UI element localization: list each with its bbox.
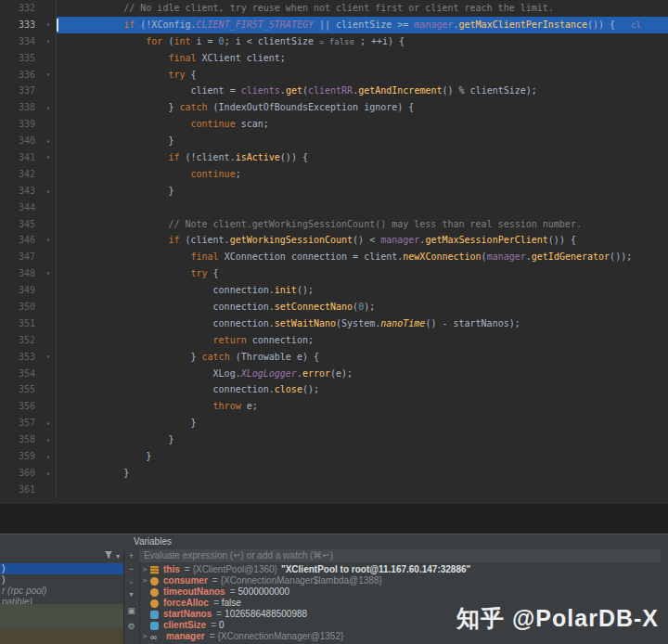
code-text[interactable]: if (!client.isActive()) { [57, 149, 668, 166]
code-text[interactable]: } catch (IndexOutOfBoundsException ignor… [57, 99, 668, 116]
code-line[interactable]: 356 throw e; [0, 398, 668, 415]
code-text[interactable]: XLog.XLogLogger.error(e); [57, 366, 668, 382]
code-line[interactable]: 358▴ } [0, 431, 668, 448]
code-text[interactable]: } [57, 183, 668, 200]
code-line[interactable]: 353▾ } catch (Throwable e) { [0, 349, 668, 366]
code-text[interactable]: client = clients.get(clientRR.getAndIncr… [57, 83, 668, 99]
code-line[interactable]: 335 final XClient client; [0, 50, 668, 67]
code-text[interactable]: final XConnection connection = client.ne… [57, 249, 668, 265]
code-line[interactable]: 354 XLog.XLogLogger.error(e); [0, 366, 668, 382]
remove-watch-button[interactable]: − [129, 562, 134, 575]
code-line[interactable]: 350 connection.setConnectNano(0); [0, 299, 668, 316]
funnel-icon[interactable] [104, 550, 113, 561]
code-line[interactable]: 349 connection.init(); [0, 282, 668, 299]
code-text[interactable]: } [57, 431, 668, 448]
fold-close-icon[interactable]: ▴ [41, 465, 56, 482]
add-watch-button[interactable]: + [129, 549, 134, 562]
code-line[interactable]: 334▾ for (int i = 0; i < clientSize = fa… [0, 33, 668, 50]
fold-close-icon[interactable]: ▴ [41, 133, 56, 149]
code-text[interactable]: } [57, 415, 668, 431]
code-line[interactable]: 342 continue; [0, 166, 668, 183]
code-text[interactable]: throw e; [57, 398, 668, 415]
code-line[interactable]: 351 connection.setWaitNano(System.nanoTi… [0, 316, 668, 332]
expand-chevron-icon[interactable]: > [139, 564, 150, 575]
code-text[interactable]: return connection; [57, 332, 668, 349]
code-text[interactable]: } [57, 133, 668, 149]
line-number: 346 [0, 232, 41, 249]
code-text[interactable]: continue; [57, 166, 668, 183]
code-text[interactable]: connection.close(); [57, 381, 668, 398]
code-text[interactable]: // Note client.getWorkingSessionCount() … [57, 216, 668, 233]
code-text[interactable]: connection.setConnectNano(0); [57, 299, 668, 316]
fold-close-icon[interactable]: ▴ [41, 415, 56, 431]
code-text[interactable]: final XClient client; [57, 50, 668, 67]
code-text[interactable]: connection.init(); [57, 282, 668, 299]
code-line[interactable]: 348▾ try { [0, 265, 668, 282]
code-line[interactable]: 341▾ if (!client.isActive()) { [0, 149, 668, 166]
fold-open-icon[interactable]: ▾ [41, 149, 56, 166]
code-line[interactable]: 345 // Note client.getWorkingSessionCoun… [0, 216, 668, 233]
expand-chevron-icon[interactable]: > [139, 631, 150, 642]
fold-open-icon[interactable]: ▾ [41, 232, 56, 249]
code-line[interactable]: 344 [0, 200, 668, 216]
code-text[interactable]: if (!XConfig.CLIENT_FIRST_STRATEGY || cl… [57, 17, 668, 33]
fold-open-icon[interactable]: ▾ [41, 67, 56, 84]
code-text[interactable]: for (int i = 0; i < clientSize = false ;… [57, 33, 668, 50]
move-watch-up-button[interactable]: ▲ [128, 575, 135, 588]
code-text[interactable]: try { [57, 265, 668, 282]
code-text[interactable] [57, 200, 668, 216]
chevron-down-icon[interactable]: ▾ [116, 552, 120, 560]
frame-row[interactable]: ) [0, 574, 123, 586]
code-text[interactable] [57, 482, 668, 498]
code-line[interactable]: 357▴ } [0, 415, 668, 431]
code-text[interactable]: if (client.getWorkingSessionCount() < ma… [57, 232, 668, 249]
variable-name: startNanos [163, 609, 212, 620]
variable-row[interactable]: >this={XClientPool@1360}"XClientPool to … [139, 564, 668, 575]
variable-row[interactable]: >consumer={XConnectionManager$lambda@138… [139, 575, 668, 586]
code-line[interactable]: 359▴ } [0, 448, 668, 465]
code-line[interactable]: 339 continue scan; [0, 116, 668, 133]
fold-open-icon[interactable]: ▾ [41, 33, 56, 50]
frame-row[interactable]: r (rpc pool) [0, 586, 123, 597]
code-line[interactable]: 337 client = clients.get(clientRR.getAnd… [0, 83, 668, 99]
fold-open-icon[interactable]: ▾ [41, 17, 56, 33]
expand-chevron-icon[interactable]: > [139, 575, 150, 586]
frame-list[interactable]: ))r (rpc pool)patible) [0, 563, 123, 608]
code-line[interactable]: 360▴ } [0, 465, 668, 482]
evaluate-expression-input[interactable]: Evaluate expression (↵) or add a watch (… [139, 549, 661, 562]
code-line[interactable]: 346▾ if (client.getWorkingSessionCount()… [0, 232, 668, 249]
move-watch-down-button[interactable]: ▼ [128, 588, 135, 601]
code-text[interactable]: connection.setWaitNano(System.nanoTime()… [57, 316, 668, 332]
fold-close-icon[interactable]: ▴ [41, 431, 56, 448]
frames-panel[interactable]: ▾ ))r (rpc pool)patible) [0, 535, 124, 644]
duplicate-watch-button[interactable]: ▣ [127, 604, 135, 617]
code-line[interactable]: 336▾ try { [0, 67, 668, 84]
code-line[interactable]: 352 return connection; [0, 332, 668, 349]
fold-open-icon[interactable]: ▾ [41, 349, 56, 366]
frame-row[interactable]: ) [0, 563, 123, 574]
code-editor[interactable]: 332 // No idle client, try reuse when no… [0, 0, 668, 504]
fold-close-icon[interactable]: ▴ [41, 99, 56, 116]
fold-close-icon[interactable]: ▴ [41, 183, 56, 200]
fold-close-icon[interactable]: ▴ [41, 448, 56, 465]
code-line[interactable]: 343▴ } [0, 183, 668, 200]
code-line[interactable]: 347 final XConnection connection = clien… [0, 249, 668, 265]
code-line[interactable]: 361 [0, 482, 668, 498]
watch-settings-button[interactable]: ⚙ [127, 620, 135, 633]
fold-open-icon[interactable]: ▾ [41, 265, 56, 282]
code-line[interactable]: 338▴ } catch (IndexOutOfBoundsException … [0, 99, 668, 116]
code-line[interactable]: 332 // No idle client, try reuse when no… [0, 0, 668, 17]
fold-spacer [41, 216, 56, 233]
code-line[interactable]: 333▾ if (!XConfig.CLIENT_FIRST_STRATEGY … [0, 17, 668, 33]
code-token: manager [414, 19, 453, 30]
code-text[interactable]: } [57, 465, 668, 482]
code-text[interactable]: try { [57, 67, 668, 84]
code-text[interactable]: // No idle client, try reuse when not cl… [57, 0, 668, 17]
code-text[interactable]: } catch (Throwable e) { [57, 349, 668, 366]
variable-row[interactable]: timeoutNanos=5000000000 [139, 586, 668, 598]
variables-tab[interactable]: Variables [123, 535, 668, 549]
code-text[interactable]: continue scan; [57, 116, 668, 133]
code-line[interactable]: 355 connection.close(); [0, 381, 668, 398]
code-text[interactable]: } [57, 448, 668, 465]
code-line[interactable]: 340▴ } [0, 133, 668, 149]
